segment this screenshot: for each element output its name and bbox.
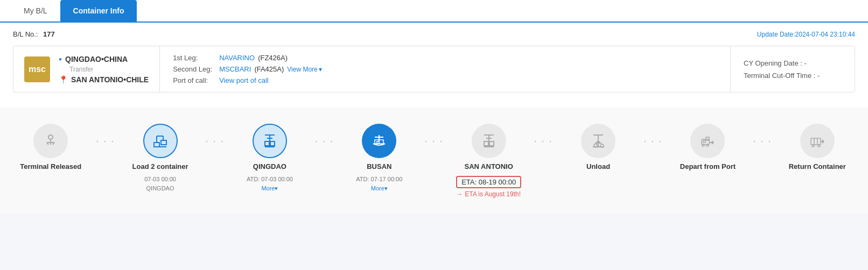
content-area: B/L No.: 177 Update Date:2024-07-04 23:1… xyxy=(0,23,868,108)
leg2-code: (FA425A) xyxy=(254,65,284,73)
svg-rect-20 xyxy=(377,141,379,144)
svg-rect-24 xyxy=(484,141,488,146)
leg1-label: 1st Leg: xyxy=(173,54,216,62)
terminal-released-icon-wrap[interactable] xyxy=(33,124,68,158)
leg2-row: Second Leg: MSCBARI (FA425A) View More ▾ xyxy=(173,65,717,73)
timeline-node-qingdao: QINGDAOATD: 07-03 00:00More▾ xyxy=(225,124,315,193)
timeline-node-depart-from-port: Depart from Port xyxy=(662,124,753,170)
san-antonio-sub: ETA: 08-19 00:00→ ETA is August 19th! xyxy=(456,175,521,198)
eta-box: ETA: 08-19 00:00 xyxy=(456,176,521,188)
qingdao-more-link[interactable]: More▾ xyxy=(261,185,278,191)
return-container-label: Return Container xyxy=(789,162,846,170)
san-antonio-label: SAN ANTONIO xyxy=(465,162,513,170)
return-container-icon-wrap[interactable] xyxy=(800,124,835,158)
depart-from-port-icon-wrap[interactable] xyxy=(690,124,725,158)
timeline-node-unload: Unload xyxy=(553,124,643,170)
load-container-icon-wrap[interactable] xyxy=(143,124,178,158)
svg-rect-40 xyxy=(811,138,821,145)
qingdao-sub: ATD: 07-03 00:00More▾ xyxy=(247,175,293,193)
shipment-left: msc ● QINGDAO•CHINA Transfer 📍 SAN ANTON… xyxy=(13,46,160,92)
busan-label: BUSAN xyxy=(367,162,391,170)
port-call-row: Port of call: View port of call xyxy=(173,76,717,84)
svg-rect-34 xyxy=(703,140,705,143)
eta-note: → ETA is August 19th! xyxy=(456,190,521,198)
qingdao-label: QINGDAO xyxy=(253,162,286,170)
leg2-vessel-link[interactable]: MSCBARI xyxy=(219,65,251,73)
port-call-link[interactable]: View port of call xyxy=(219,76,269,84)
origin-dot-icon: ● xyxy=(59,56,62,62)
svg-point-35 xyxy=(702,144,704,146)
tab-my-bl[interactable]: My B/L xyxy=(11,0,60,22)
connector-dots: · · · xyxy=(753,124,772,147)
shipment-info: msc ● QINGDAO•CHINA Transfer 📍 SAN ANTON… xyxy=(13,46,855,93)
timeline-node-san-antonio: SAN ANTONIOETA: 08-19 00:00→ ETA is Augu… xyxy=(444,124,534,198)
connector-dots: · · · xyxy=(534,124,553,147)
busan-sub: ATD: 07-17 00:00More▾ xyxy=(356,175,402,193)
timeline-node-load-container: Load 2 container07-03 00:00QINGDAO xyxy=(115,124,205,193)
terminal-released-label: Terminal Released xyxy=(20,162,81,170)
svg-point-0 xyxy=(48,135,53,139)
svg-rect-15 xyxy=(270,141,275,146)
view-more-button[interactable]: View More ▾ xyxy=(287,66,321,73)
load-container-label: Load 2 container xyxy=(132,162,188,170)
connector-dots: · · · xyxy=(96,124,115,147)
timeline-node-return-container: Return Container xyxy=(772,124,863,170)
svg-rect-9 xyxy=(161,140,166,145)
terminal-cutoff-row: Terminal Cut-Off Time : - xyxy=(744,72,842,80)
carrier-logo: msc xyxy=(24,56,50,82)
leg1-code: (FZ426A) xyxy=(258,54,288,62)
shipment-middle: 1st Leg: NAVARINO (FZ426A) Second Leg: M… xyxy=(160,46,731,92)
depart-from-port-label: Depart from Port xyxy=(680,162,736,170)
destination: 📍 SAN ANTONIO•CHILE xyxy=(59,75,149,84)
qingdao-icon-wrap[interactable] xyxy=(253,124,287,158)
svg-point-36 xyxy=(706,144,709,146)
timeline-node-busan: BUSANATD: 07-17 00:00More▾ xyxy=(334,124,424,193)
connector-dots: · · · xyxy=(424,124,443,147)
leg1-vessel-link[interactable]: NAVARINO xyxy=(219,54,255,62)
leg2-label: Second Leg: xyxy=(173,65,216,73)
busan-more-link[interactable]: More▾ xyxy=(371,185,388,191)
svg-rect-5 xyxy=(154,143,159,147)
route-info: ● QINGDAO•CHINA Transfer 📍 SAN ANTONIO•C… xyxy=(59,55,149,84)
arrow-right-icon: → xyxy=(456,190,463,198)
tab-bar: My B/L Container Info xyxy=(0,0,868,23)
port-call-label: Port of call: xyxy=(173,76,216,84)
san-antonio-icon-wrap[interactable] xyxy=(472,124,506,158)
cy-opening-row: CY Opening Date : - xyxy=(744,59,842,67)
bl-header: B/L No.: 177 Update Date:2024-07-04 23:1… xyxy=(13,30,855,38)
load-container-sub: 07-03 00:00QINGDAO xyxy=(144,175,176,193)
timeline-node-terminal-released: Terminal Released xyxy=(5,124,96,170)
origin: ● QINGDAO•CHINA xyxy=(59,55,149,63)
update-date: Update Date:2024-07-04 23:10:44 xyxy=(757,31,855,38)
svg-point-44 xyxy=(818,145,820,147)
connector-dots: · · · xyxy=(206,124,225,147)
svg-rect-14 xyxy=(265,141,269,146)
transfer-label: Transfer xyxy=(59,66,149,73)
timeline-section: Terminal Released· · · Load 2 container0… xyxy=(0,108,868,214)
svg-point-43 xyxy=(812,145,814,147)
connector-dots: · · · xyxy=(315,124,334,147)
connector-dots: · · · xyxy=(643,124,662,147)
bl-number: B/L No.: 177 xyxy=(13,30,55,38)
shipment-right: CY Opening Date : - Terminal Cut-Off Tim… xyxy=(731,46,855,92)
unload-icon-wrap[interactable] xyxy=(581,124,615,158)
busan-icon-wrap[interactable] xyxy=(362,124,396,158)
chevron-down-icon: ▾ xyxy=(319,66,322,73)
unload-label: Unload xyxy=(586,162,610,170)
destination-dot-icon: 📍 xyxy=(59,75,68,84)
tab-container-info[interactable]: Container Info xyxy=(60,0,137,22)
timeline-track: Terminal Released· · · Load 2 container0… xyxy=(5,118,863,203)
svg-rect-25 xyxy=(489,141,494,146)
leg1-row: 1st Leg: NAVARINO (FZ426A) xyxy=(173,54,717,62)
